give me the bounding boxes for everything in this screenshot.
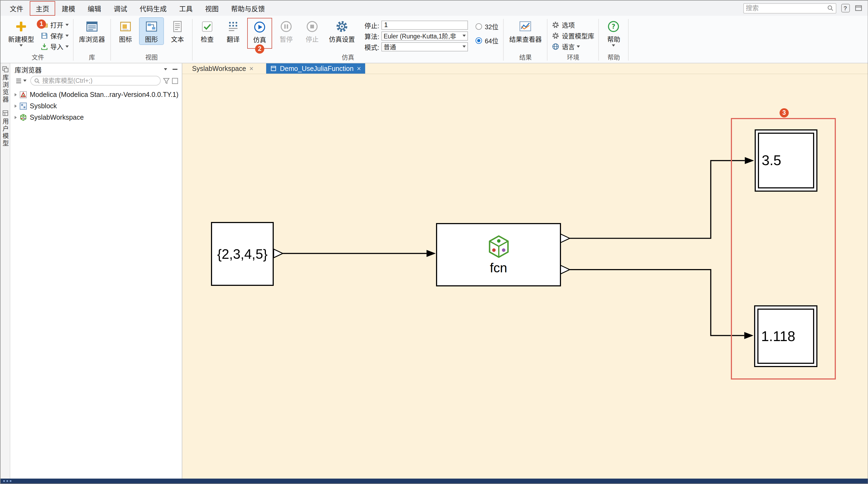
chevron-right-icon[interactable] [14, 104, 17, 108]
stop-time-input[interactable] [381, 20, 468, 29]
menu-item-help-feedback[interactable]: 帮助与反馈 [225, 1, 271, 16]
stop-button[interactable]: 停止 [300, 18, 324, 45]
mode-select[interactable]: 普通 [381, 42, 468, 51]
menu-item-edit[interactable]: 编辑 [82, 1, 107, 16]
stop-label: 停止 [306, 34, 319, 43]
ribbon-group-environment: 选项 设置模型库 语言 环境 [548, 17, 598, 63]
close-icon[interactable]: × [249, 65, 253, 72]
gear-icon [335, 20, 348, 33]
bit64-radio[interactable]: 64位 [475, 36, 498, 45]
dock-panel-icon[interactable] [172, 78, 178, 84]
library-browser-panel: 库浏览器 [10, 63, 182, 479]
result-viewer-button[interactable]: 结果查看器 [507, 18, 545, 45]
chevron-right-icon[interactable] [14, 116, 17, 119]
library-browser-icon [86, 20, 98, 33]
set-model-library-label: 设置模型库 [562, 31, 594, 40]
julia-function-icon [486, 234, 512, 260]
step-badge-2: 2 [255, 45, 264, 54]
globe-icon [552, 42, 560, 50]
library-search-input[interactable] [42, 78, 157, 84]
precision-radio-group: 32位 64位 [471, 18, 501, 45]
panels-icon [2, 66, 8, 73]
julia-cube-icon [20, 113, 27, 121]
algorithm-select[interactable]: Euler (Runge-Kutta,1阶,非 [381, 31, 468, 40]
help-button[interactable]: ? 帮助 [602, 18, 626, 48]
open-button[interactable]: 打开 1 [39, 20, 70, 30]
chevron-down-icon [65, 34, 69, 36]
algorithm-value: Euler (Runge-Kutta,1阶,非 [383, 31, 461, 40]
open-label: 打开 [50, 20, 63, 29]
menu-item-file[interactable]: 文件 [4, 1, 29, 16]
bit32-radio[interactable]: 32位 [475, 22, 498, 31]
new-model-button[interactable]: 新建模型 [5, 18, 37, 48]
set-model-library-button[interactable]: 设置模型库 [551, 30, 596, 40]
menu-item-home[interactable]: 主页 [30, 1, 55, 16]
tab-demo-usejuliafunction[interactable]: Demo_UseJuliaFunction × [267, 63, 366, 74]
group-label-view: 视图 [114, 52, 189, 63]
panel-menu-icon[interactable] [164, 68, 167, 70]
tree-item-sysblock[interactable]: Sysblock [10, 100, 182, 112]
sim-settings-label: 仿真设置 [329, 34, 355, 43]
close-icon[interactable]: × [357, 65, 361, 72]
options-button[interactable]: 选项 [551, 20, 596, 30]
tree-item-modelica[interactable]: Modelica (Modelica Stan...rary-Version4.… [10, 89, 182, 100]
filter-icon[interactable] [163, 77, 170, 84]
strip-tab-label: 库浏览器 [1, 74, 9, 104]
view-text-button[interactable]: 文本 [165, 18, 189, 45]
pause-button[interactable]: 暂停 [274, 18, 298, 45]
tree-item-syslabworkspace[interactable]: SyslabWorkspace [10, 112, 182, 123]
stop-circle-icon [306, 20, 319, 33]
menu-item-codegen[interactable]: 代码生成 [134, 1, 173, 16]
translate-button[interactable]: 翻译 [221, 18, 245, 45]
gear-icon [552, 21, 560, 28]
save-icon [40, 32, 48, 39]
editor-area: SyslabWorkspace × Demo_UseJuliaFunction … [182, 63, 867, 479]
view-graphic-button[interactable]: 图形 [140, 18, 163, 45]
mode-value: 普通 [383, 42, 461, 51]
language-button[interactable]: 语言 [551, 41, 596, 51]
menu-item-modeling[interactable]: 建模 [56, 1, 81, 16]
picture-frame-icon [119, 20, 132, 33]
editor-tab-bar: SyslabWorkspace × Demo_UseJuliaFunction … [182, 63, 867, 74]
chevron-right-icon[interactable] [14, 93, 17, 96]
constant-block[interactable]: {2,3,4,5} [211, 222, 274, 286]
collapse-panel-icon[interactable] [173, 69, 178, 70]
status-grip-dot [6, 480, 8, 482]
search-icon [827, 5, 833, 11]
strip-tab-label: 用户模型 [1, 118, 9, 147]
translate-icon [227, 20, 240, 33]
import-button[interactable]: 导入 [39, 41, 70, 51]
group-label-result: 结果 [507, 52, 545, 63]
global-search-box[interactable] [743, 3, 836, 13]
sim-parameters: 停止: 算法: Euler (Runge-Kutta,1阶,非 模式: 普 [360, 18, 469, 51]
check-label: 检查 [201, 34, 214, 43]
new-model-label: 新建模型 [8, 34, 34, 43]
chevron-down-icon [612, 45, 615, 47]
simulate-button[interactable]: 仿真 [248, 19, 272, 48]
library-browser-button[interactable]: 库浏览器 [76, 18, 107, 45]
sim-settings-button[interactable]: 仿真设置 [326, 18, 358, 45]
algorithm-label: 算法: [363, 31, 379, 40]
check-button[interactable]: 检查 [195, 18, 219, 45]
library-search-box[interactable] [30, 76, 161, 86]
strip-tab-user-models[interactable]: 用户模型 [1, 110, 9, 147]
menu-item-view[interactable]: 视图 [199, 1, 224, 16]
diagram-canvas[interactable]: {2,3,4,5} fcn 3.5 1.118 3 [182, 74, 867, 479]
strip-tab-library-browser[interactable]: 库浏览器 [1, 66, 9, 104]
translate-label: 翻译 [227, 34, 240, 43]
step-badge-3: 3 [780, 108, 789, 117]
ribbon-layout-icon[interactable] [855, 4, 862, 12]
julia-function-block[interactable]: fcn [436, 223, 561, 286]
tab-syslabworkspace[interactable]: SyslabWorkspace × [188, 63, 258, 74]
quick-help-icon[interactable]: ? [841, 4, 849, 12]
view-icon-button[interactable]: 图标 [114, 18, 137, 45]
output-port [560, 234, 570, 243]
annotation-highlight-rect [731, 118, 836, 379]
library-view-mode-button[interactable] [13, 76, 28, 85]
global-search-input[interactable] [746, 4, 827, 12]
save-button[interactable]: 保存 [39, 30, 70, 40]
view-graphic-label: 图形 [145, 34, 158, 43]
menu-item-debug[interactable]: 调试 [107, 1, 133, 16]
group-label-library: 库 [76, 52, 107, 63]
menu-item-tools[interactable]: 工具 [173, 1, 198, 16]
